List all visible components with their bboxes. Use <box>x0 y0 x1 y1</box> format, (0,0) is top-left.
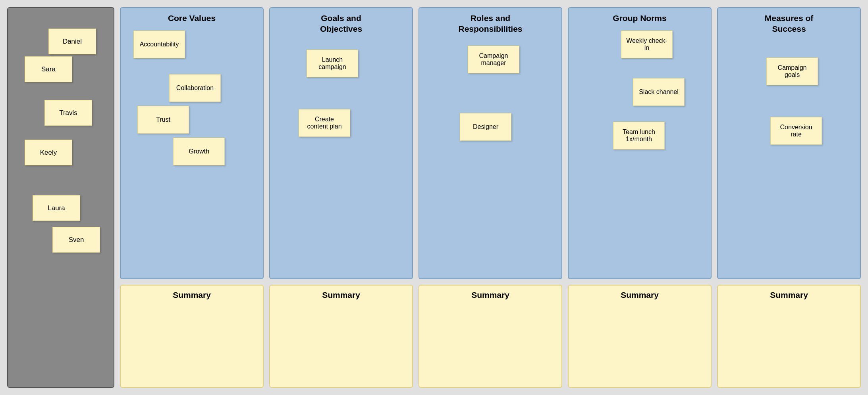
summary-column-1: Summary <box>269 285 413 388</box>
team-member-note[interactable]: Sara <box>25 56 72 82</box>
board: DanielSaraTravisKeelyLauraSven Core Valu… <box>0 0 868 395</box>
notes-area-4: Campaign goalsConversion rate <box>723 38 855 274</box>
summary-column-2: Summary <box>419 285 562 388</box>
summary-header-3: Summary <box>573 290 706 300</box>
category-note-3-0[interactable]: Weekly check-in <box>621 31 673 58</box>
notes-area-2: Campaign managerDesigner <box>424 38 557 274</box>
category-column-4: Measures of SuccessCampaign goalsConvers… <box>717 7 861 279</box>
category-header-0: Core Values <box>125 13 258 23</box>
summary-column-3: Summary <box>568 285 712 388</box>
category-header-4: Measures of Success <box>723 13 855 35</box>
team-member-note[interactable]: Keely <box>25 140 72 165</box>
summary-header-0: Summary <box>125 290 258 300</box>
category-header-3: Group Norms <box>573 13 706 23</box>
category-column-1: Goals and ObjectivesLaunch campaignCreat… <box>269 7 413 279</box>
team-member-note[interactable]: Sven <box>52 227 100 253</box>
notes-area-3: Weekly check-inSlack channelTeam lunch 1… <box>573 27 706 274</box>
category-note-2-0[interactable]: Campaign manager <box>468 46 519 73</box>
category-note-4-1[interactable]: Conversion rate <box>770 117 822 145</box>
team-notes-area: DanielSaraTravisKeelyLauraSven <box>13 17 109 382</box>
notes-area-0: AccountabilityCollaborationTrustGrowth <box>125 27 258 274</box>
category-note-3-1[interactable]: Slack channel <box>633 78 685 106</box>
category-note-2-1[interactable]: Designer <box>460 113 511 141</box>
category-header-2: Roles and Responsibilities <box>424 13 557 35</box>
notes-area-1: Launch campaignCreate content plan <box>275 38 407 274</box>
summary-header-1: Summary <box>275 290 407 300</box>
category-note-3-2[interactable]: Team lunch 1x/month <box>613 122 665 150</box>
team-members-column: DanielSaraTravisKeelyLauraSven <box>7 7 114 388</box>
summary-column-0: Summary <box>120 285 264 388</box>
category-column-3: Group NormsWeekly check-inSlack channelT… <box>568 7 712 279</box>
category-note-0-0[interactable]: Accountability <box>133 31 185 58</box>
category-note-0-1[interactable]: Collaboration <box>169 74 221 102</box>
category-note-0-2[interactable]: Trust <box>137 106 189 134</box>
category-header-1: Goals and Objectives <box>275 13 407 35</box>
bottom-row: SummarySummarySummarySummarySummary <box>120 285 861 388</box>
category-note-1-0[interactable]: Launch campaign <box>307 50 358 77</box>
team-member-note[interactable]: Travis <box>44 100 92 126</box>
summary-header-4: Summary <box>723 290 855 300</box>
category-note-0-3[interactable]: Growth <box>173 138 225 165</box>
columns-area: Core ValuesAccountabilityCollaborationTr… <box>120 7 861 388</box>
summary-header-2: Summary <box>424 290 557 300</box>
category-note-4-0[interactable]: Campaign goals <box>766 58 818 85</box>
top-row: Core ValuesAccountabilityCollaborationTr… <box>120 7 861 279</box>
category-note-1-1[interactable]: Create content plan <box>299 109 350 137</box>
category-column-2: Roles and ResponsibilitiesCampaign manag… <box>419 7 562 279</box>
team-member-note[interactable]: Daniel <box>48 29 96 54</box>
summary-column-4: Summary <box>717 285 861 388</box>
team-member-note[interactable]: Laura <box>33 195 80 221</box>
category-column-0: Core ValuesAccountabilityCollaborationTr… <box>120 7 264 279</box>
